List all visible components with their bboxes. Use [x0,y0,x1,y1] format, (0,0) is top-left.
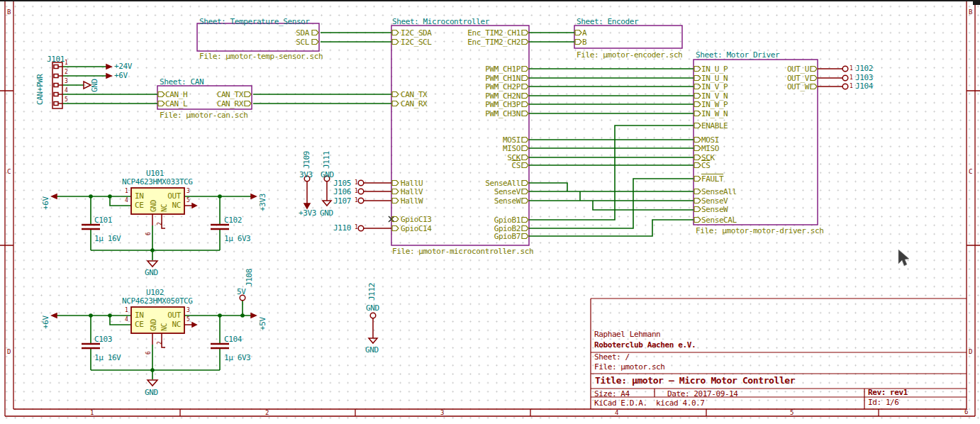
c102-plates [211,225,229,229]
pin-mcu-can-tx: CAN_TX [401,91,427,99]
schematic-canvas[interactable]: BCDBCD123456Sheet: Temperature_SensorFil… [0,0,980,424]
pin-in-v-p-glyph [694,84,701,89]
title-block-frame [591,299,967,409]
pin-scl-glyph [312,40,318,45]
pin-hallv-glyph [392,189,399,194]
pin-pwm-ch2p-glyph [522,84,528,89]
sheet-file-encoder: File: µmotor-encoder.sch [577,51,682,59]
j112-gnd-symbol-label: GND [365,346,379,354]
frame-number-4: 4 [615,410,618,416]
u102-pin-num-1: 1 [125,308,128,313]
pin-out-u-glyph [811,67,817,72]
pin-enc-tim2-ch1: Enc_TIM2_CH1 [467,29,520,37]
pin-hallu-glyph [392,181,399,186]
titleblock-rev: Rev: rev1 [868,389,908,396]
connector-pin-lines [307,69,842,338]
pin-can-l: CAN_L [165,100,187,108]
pin-mcu-sensew-glyph [522,199,528,203]
pin-out-u: OUT_U [787,65,809,73]
pin-scl: SCL [296,38,309,46]
pin-enc-tim2-ch2: Enc_TIM2_CH2 [467,38,520,46]
pin-in-w-p: IN_W_P [701,101,728,108]
pin-enc-b-glyph [575,40,581,45]
j112-net-gnd: GND [366,304,379,312]
u102-pin-num-5: 5 [186,317,189,323]
j107-circle [358,198,364,203]
arrow-nc-u101 [192,203,196,208]
c101-value: 1µ 16V [94,235,121,242]
pin-in-v-n: IN_V_N [701,92,728,100]
j105-circle [358,180,364,186]
u102-ref: U102 [146,289,164,296]
frame-number-1: 1 [90,410,94,416]
pin-pwm-ch2n-glyph [522,94,528,99]
c102-ref: C102 [224,216,242,224]
connector-j112-ref: J112 [368,283,376,301]
pin-in-u-p: IN_U_P [701,65,728,73]
pin-drv-miso-glyph [694,146,701,151]
u102-pin-in: IN [135,311,143,319]
pin-drv-sck-glyph [694,155,701,160]
pin-hallw: HallW [401,197,423,205]
frame-letter-d-right: D [969,349,972,355]
pin-mcu-miso-glyph [522,146,528,151]
pin-mcu-can-rx: CAN_RX [401,100,427,108]
pin-drv-cs: CS [701,162,710,169]
pin-i2c-sda: I2C_SDA [401,29,432,37]
c103-ref: C103 [94,335,112,343]
connector-j101-name: CAN+PWR [36,74,44,105]
j103-pin-1: 1 [850,75,852,81]
pin-gpioc14-glyph [392,226,399,231]
pin-i2c-scl: I2C_SCL [401,38,432,46]
titleblock-file: File: µmotor.sch [594,363,665,371]
pin-can-rx: CAN_RX [217,100,243,108]
pin-fault: FAULT [701,175,723,183]
j101-pin-2: 2 [65,69,67,75]
schematic-drawing [0,0,980,424]
gnd-triangle-u102 [147,380,157,386]
u102-pin-num-6: 6 [146,352,152,355]
connector-j107-ref: J107 [333,197,351,205]
power-gnd-u101: GND [145,269,158,277]
u101-value: NCP4623HMX033TCG [122,178,193,186]
sheet-file-temperature-sensor: File: µmotor-temp-sensor.sch [199,52,323,60]
u101-ref: U101 [146,169,164,177]
pin-pwm-ch1p-glyph [522,67,528,72]
frame-letter-c-left: C [7,169,11,175]
j109-net-3v3: 3V3 [299,171,313,179]
pin-gpiob1: GpioB1 [494,216,520,224]
j102-pin-1: 1 [850,66,852,72]
arrow-3v3-j109 [304,203,310,208]
pin-out-v: OUT_V [787,74,809,82]
pin-drv-senseall-glyph [694,189,701,194]
pin-pwm-ch1n: PWM_CH1N [485,74,520,82]
power-24v: +24V [114,62,132,70]
connector-j101 [52,62,62,108]
u101-pin-nc-bottom: NC [161,204,168,212]
arrow-6v [106,74,111,78]
u102-pin-nc-bottom: NC [161,323,168,331]
pin-mcu-miso: MISO [503,145,520,152]
frame-letter-c-right: C [969,169,972,175]
connector-j108-ref: J108 [245,269,253,286]
pin-sensecal: SenseCAL [701,216,737,224]
j106-circle [358,189,364,194]
c101-plates [82,225,100,229]
connector-j102-ref: J102 [855,65,873,72]
power-gnd-j101: GND [91,79,99,92]
pin-drv-sensew: SenseW [701,206,728,213]
u101-pin-num-6: 6 [146,233,152,235]
wire-junctions [89,194,245,372]
sheet-box-encoder [574,26,682,48]
c103-plates [82,344,100,348]
c104-plates [211,344,229,348]
sheet-file-can: File: µmotor-can.sch [160,111,247,119]
arrow-6v-u102 [52,313,57,318]
sheet-title-temperature-sensor: Sheet: Temperature_Sensor [199,18,310,26]
frame-number-2: 2 [265,410,269,416]
pin-in-v-n-glyph [694,94,701,99]
frame-letter-d-left: D [7,349,11,355]
pin-sensecal-glyph [694,218,701,223]
pin-fault-glyph [694,177,701,182]
pin-drv-mosi: MOSI [701,136,719,144]
